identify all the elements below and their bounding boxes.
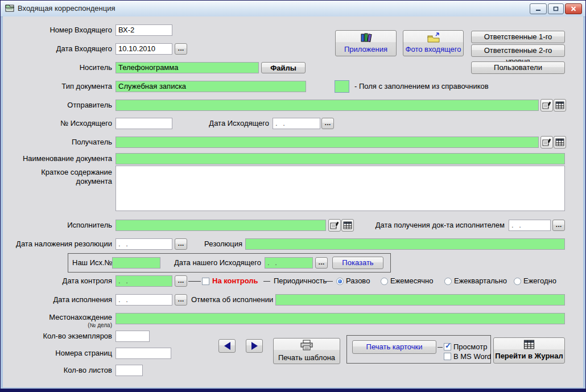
executor-lookup-button[interactable]: [328, 219, 341, 232]
periodicity-label: Периодичность: [274, 275, 327, 287]
execution-date-input[interactable]: . .: [115, 294, 172, 306]
attachments-button[interactable]: Приложения: [335, 30, 397, 56]
radio-once-label[interactable]: Разово: [346, 275, 370, 287]
execution-mark-label: Отметка об исполнении: [191, 294, 273, 306]
files-button[interactable]: Файлы: [261, 62, 306, 73]
executor-received-date-browse-button[interactable]: ...: [552, 220, 565, 231]
resolution-date-label: Дата наложения резолюции: [5, 238, 112, 250]
address-book-icon: [542, 138, 551, 147]
control-date-label: Дата контроля: [5, 275, 112, 287]
page-numbers-input[interactable]: [115, 348, 171, 359]
outgoing-date-input[interactable]: . .: [273, 118, 320, 129]
on-control-checkbox[interactable]: [202, 278, 209, 285]
incoming-date-browse-button[interactable]: ...: [175, 43, 187, 55]
outgoing-number-label: № Исходящего: [5, 118, 112, 129]
recipient-input[interactable]: [115, 137, 539, 148]
arrow-right-icon: [251, 342, 258, 350]
executor-received-date-input[interactable]: . .: [509, 220, 551, 231]
our-outgoing-date-input[interactable]: . .: [265, 257, 313, 269]
sender-label: Отправитель: [5, 100, 112, 111]
carrier-label: Носитель: [5, 62, 112, 73]
location-input[interactable]: [115, 313, 565, 324]
title-bar[interactable]: Входящая корреспонденция: [1, 1, 585, 17]
books-icon: [359, 32, 373, 43]
control-date-input[interactable]: . .: [115, 275, 172, 287]
our-outgoing-date-browse-button[interactable]: ...: [315, 257, 328, 269]
resolution-input[interactable]: [245, 238, 565, 250]
carrier-input[interactable]: Телефонограмма: [115, 62, 259, 73]
window-title: Входящая корреспонденция: [18, 1, 115, 16]
table-icon: [343, 221, 352, 229]
copies-count-input[interactable]: [115, 331, 150, 342]
dash-line: [263, 281, 270, 282]
legend-text: - Поля с заполнением из справочников: [354, 80, 489, 93]
folder-up-icon: [427, 32, 440, 43]
radio-yearly[interactable]: [514, 278, 521, 285]
summary-textarea[interactable]: [115, 166, 565, 211]
document-type-input[interactable]: Служебная записка: [115, 81, 306, 92]
close-icon: [571, 6, 576, 11]
control-date-browse-button[interactable]: ...: [175, 275, 187, 287]
go-to-journal-button-label: Перейти в Журнал: [495, 350, 563, 361]
incoming-number-label: Номер Входящего: [5, 24, 112, 36]
radio-yearly-label[interactable]: Ежегодно: [523, 275, 556, 287]
on-control-label[interactable]: На контроль: [212, 275, 258, 287]
resolution-date-input[interactable]: . .: [115, 238, 172, 250]
radio-monthly[interactable]: [381, 278, 388, 285]
maximize-button[interactable]: [548, 3, 564, 14]
users-button[interactable]: Пользователи: [471, 61, 565, 74]
location-label-line1: Местонахождение: [5, 312, 112, 323]
sender-lookup-button[interactable]: [540, 99, 553, 112]
our-outgoing-number-label: Наш Исх.№: [72, 257, 113, 269]
resolution-date-browse-button[interactable]: ...: [175, 238, 187, 250]
executor-table-button[interactable]: [341, 219, 354, 232]
next-record-button[interactable]: [246, 339, 263, 353]
executor-input[interactable]: [115, 220, 326, 231]
incoming-date-input[interactable]: 10.10.2010: [115, 43, 172, 55]
table-icon: [555, 138, 564, 146]
executor-received-date-label: Дата получения док-та исполнителем: [370, 220, 505, 231]
outgoing-number-input[interactable]: [115, 118, 172, 129]
print-template-button[interactable]: Печать шаблона: [273, 338, 340, 364]
window-icon: [5, 4, 14, 12]
incoming-date-label: Дата Входящего: [5, 43, 112, 55]
responsible-level2-button[interactable]: Ответственные 2-го уровня: [471, 44, 565, 57]
radio-once[interactable]: [336, 278, 344, 285]
incoming-photo-button-label: Фото входящего: [406, 44, 461, 55]
print-card-button[interactable]: Печать карточки: [352, 340, 436, 354]
show-button[interactable]: Показать: [332, 257, 383, 269]
preview-checkbox[interactable]: [444, 343, 451, 350]
connector-line: [188, 281, 201, 282]
outgoing-date-browse-button[interactable]: ...: [321, 118, 334, 129]
go-to-journal-button[interactable]: Перейти в Журнал: [493, 337, 565, 364]
page-numbers-label: Номера страниц: [5, 348, 112, 359]
sheets-count-input[interactable]: [115, 365, 143, 376]
window-bottom-border: [1, 389, 585, 391]
executor-label: Исполнитель: [5, 220, 112, 231]
incoming-photo-button[interactable]: Фото входящего: [403, 30, 464, 56]
recipient-lookup-button[interactable]: [540, 136, 553, 148]
close-button[interactable]: [565, 3, 582, 14]
execution-mark-input[interactable]: [275, 294, 565, 306]
minimize-button[interactable]: [530, 3, 547, 14]
sender-input[interactable]: [115, 100, 539, 111]
resolution-label: Резолюция: [189, 238, 242, 250]
ms-word-checkbox-label[interactable]: В MS Word: [453, 351, 491, 362]
radio-monthly-label[interactable]: Ежемесячно: [390, 275, 434, 287]
radio-quarterly-label[interactable]: Ежеквартально: [454, 275, 507, 287]
sender-table-button[interactable]: [554, 99, 566, 112]
responsible-level1-button[interactable]: Ответственные 1-го уровня: [471, 31, 565, 43]
minimize-icon: [535, 6, 541, 11]
execution-date-browse-button[interactable]: ...: [175, 294, 187, 306]
recipient-table-button[interactable]: [554, 136, 566, 148]
location-label-line2: (№ дела): [5, 322, 112, 329]
incoming-number-input[interactable]: ВХ-2: [115, 24, 172, 36]
recipient-label: Получатель: [5, 137, 112, 148]
our-outgoing-number-input[interactable]: [112, 257, 160, 269]
ms-word-checkbox[interactable]: [444, 353, 451, 360]
previous-record-button[interactable]: [218, 339, 236, 353]
address-book-icon: [330, 221, 339, 230]
radio-quarterly[interactable]: [444, 278, 452, 285]
summary-label-line2: документа: [5, 176, 112, 187]
document-title-input[interactable]: [115, 153, 565, 164]
